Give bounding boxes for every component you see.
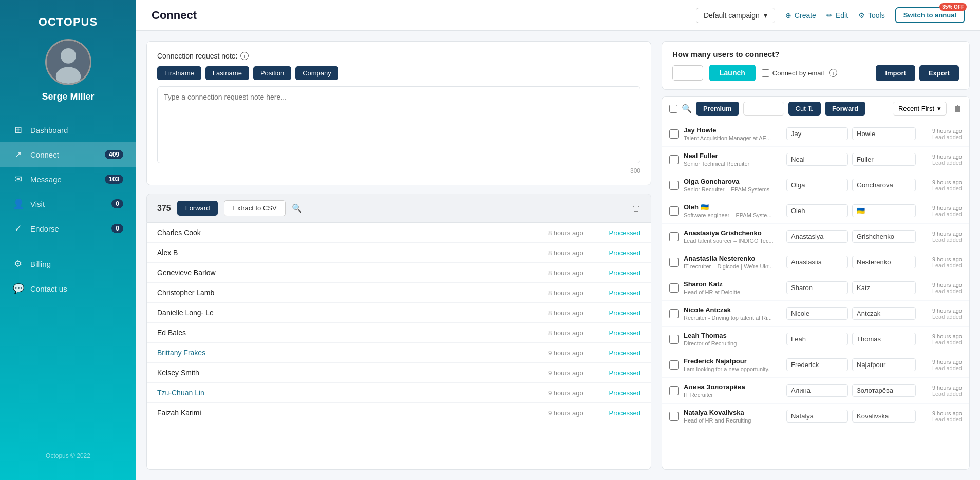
row-checkbox[interactable] xyxy=(669,232,679,241)
row-checkbox[interactable] xyxy=(669,181,679,190)
search-table-icon[interactable]: 🔍 xyxy=(682,104,692,113)
sidebar-item-contact[interactable]: 💬 Contact us xyxy=(0,276,136,301)
table-row: Anastasiia Nesterenko IT-recruiter – Dig… xyxy=(662,249,969,275)
csv-button[interactable]: Extract to CSV xyxy=(224,200,285,216)
sidebar-item-endorse[interactable]: ✓ Endorse 0 xyxy=(0,216,136,241)
sidebar-footer: Octopus © 2022 xyxy=(35,442,101,470)
forward-list-button[interactable]: Forward xyxy=(177,201,218,216)
row-name-col: Nicole Antczak Recruiter - Driving top t… xyxy=(684,306,786,321)
search-icon[interactable]: 🔍 xyxy=(292,203,302,213)
row-first-name[interactable]: Алина xyxy=(786,384,848,397)
row-time: 9 hours ago Lead added xyxy=(916,179,962,191)
row-checkbox[interactable] xyxy=(669,155,679,164)
row-first-name[interactable]: Neal xyxy=(786,153,848,166)
row-last-name[interactable]: Золотарёва xyxy=(852,384,916,397)
sidebar-item-visit[interactable]: 👤 Visit 0 xyxy=(0,191,136,216)
row-first-name[interactable]: Nicole xyxy=(786,307,848,320)
row-checkbox[interactable] xyxy=(669,283,679,293)
row-checkbox[interactable] xyxy=(669,386,679,395)
edit-button[interactable]: ✏ Edit xyxy=(826,11,848,20)
message-icon: ✉ xyxy=(13,174,23,185)
list-item: Charles Cook 8 hours ago Processed xyxy=(147,223,651,243)
row-last-name[interactable]: Nesterenko xyxy=(852,256,916,268)
row-last-name[interactable]: Howle xyxy=(852,127,916,140)
switch-annual-button[interactable]: Switch to annual 35% OFF xyxy=(895,7,965,23)
row-first-name[interactable]: Sharon xyxy=(786,281,848,294)
list-item-name[interactable]: Tzu-Chuan Lin xyxy=(157,389,548,397)
export-button[interactable]: Export xyxy=(919,65,959,81)
user-count-input[interactable] xyxy=(672,65,703,81)
sidebar-item-dashboard[interactable]: ⊞ Dashboard xyxy=(0,118,136,142)
table-row: Anastasiya Grishchenko Lead talent sourc… xyxy=(662,224,969,249)
row-first-name[interactable]: Anastasiia xyxy=(786,256,848,268)
logo: OCTOPUS xyxy=(39,15,98,29)
svg-point-2 xyxy=(55,67,81,85)
tools-button[interactable]: ⚙ Tools xyxy=(858,11,885,20)
row-last-name[interactable]: Thomas xyxy=(852,333,916,345)
row-checkbox[interactable] xyxy=(669,412,679,421)
table-scroll: Jay Howle Talent Acquisition Manager at … xyxy=(662,121,969,469)
list-item-name: Alex B xyxy=(157,248,548,257)
row-name-col: Anastasiya Grishchenko Lead talent sourc… xyxy=(684,229,786,244)
sort-dropdown[interactable]: Recent First ▾ xyxy=(893,102,947,116)
company-tag[interactable]: Company xyxy=(295,66,338,80)
sidebar-item-message[interactable]: ✉ Message 103 xyxy=(0,167,136,191)
row-last-name[interactable]: Antczak xyxy=(852,307,916,320)
connection-note-card: Connection request note: i Firstname Las… xyxy=(146,41,651,185)
note-textarea[interactable] xyxy=(157,86,640,163)
row-checkbox[interactable] xyxy=(669,129,679,139)
create-button[interactable]: ⊕ Create xyxy=(785,11,816,20)
firstname-tag[interactable]: Firstname xyxy=(157,66,201,80)
row-checkbox[interactable] xyxy=(669,258,679,267)
campaign-dropdown[interactable]: Default campaign ▾ xyxy=(696,8,775,23)
row-first-name[interactable]: Frederick xyxy=(786,358,848,371)
select-all-checkbox[interactable] xyxy=(669,105,677,113)
connect-icon: ↗ xyxy=(13,149,23,160)
position-tag[interactable]: Position xyxy=(253,66,291,80)
row-checkbox[interactable] xyxy=(669,335,679,344)
list-item-name[interactable]: Brittany Frakes xyxy=(157,349,548,357)
delete-list-icon[interactable]: 🗑 xyxy=(632,204,640,213)
row-checkbox[interactable] xyxy=(669,309,679,318)
connection-note-title: Connection request note: i xyxy=(157,52,640,60)
row-name-col: Neal Fuller Senior Technical Recruiter xyxy=(684,152,786,167)
row-last-name[interactable]: Katz xyxy=(852,281,916,294)
table-row: Sharon Katz Head of HR at Deloitte Sharo… xyxy=(662,275,969,301)
main-area: Connect Default campaign ▾ ⊕ Create ✏ Ed… xyxy=(136,0,980,480)
row-first-name[interactable]: Leah xyxy=(786,333,848,345)
row-name-col: Frederick Najafpour I am looking for a n… xyxy=(684,357,786,372)
connect-email-checkbox[interactable] xyxy=(762,69,769,77)
row-first-name[interactable]: Natalya xyxy=(786,410,848,423)
row-checkbox[interactable] xyxy=(669,360,679,370)
sidebar-label-dashboard: Dashboard xyxy=(30,126,123,135)
row-first-name[interactable]: Anastasiya xyxy=(786,230,848,243)
list-item-status: Processed xyxy=(599,269,640,277)
lastname-tag[interactable]: Lastname xyxy=(205,66,249,80)
row-last-name[interactable]: Fuller xyxy=(852,153,916,166)
row-first-name[interactable]: Jay xyxy=(786,127,848,140)
row-last-name[interactable]: Najafpour xyxy=(852,358,916,371)
premium-filter-button[interactable]: Premium xyxy=(696,102,739,116)
dashboard-icon: ⊞ xyxy=(13,124,23,136)
row-first-name[interactable]: Oleh xyxy=(786,204,848,217)
sidebar-nav: ⊞ Dashboard ↗ Connect 409 ✉ Message 103 … xyxy=(0,118,136,301)
sidebar-item-billing[interactable]: ⚙ Billing xyxy=(0,252,136,276)
row-checkbox[interactable] xyxy=(669,206,679,216)
row-last-name[interactable]: Kovalivska xyxy=(852,410,916,423)
row-first-name[interactable]: Olga xyxy=(786,179,848,191)
row-last-name[interactable]: Goncharova xyxy=(852,179,916,191)
table-row: Olga Goncharova Senior Recruiter – EPAM … xyxy=(662,172,969,198)
list-item-status: Processed xyxy=(599,229,640,237)
launch-button[interactable]: Launch xyxy=(709,65,756,81)
delete-table-icon[interactable]: 🗑 xyxy=(954,104,962,113)
cut-button[interactable]: Cut ⇅ xyxy=(788,102,821,116)
row-last-name[interactable]: 🇺🇦 xyxy=(852,204,916,217)
forward-table-button[interactable]: Forward xyxy=(825,102,865,116)
filter-input[interactable] xyxy=(743,102,784,116)
import-button[interactable]: Import xyxy=(876,65,915,81)
list-item-status: Processed xyxy=(599,369,640,377)
sidebar-item-connect[interactable]: ↗ Connect 409 xyxy=(0,142,136,167)
row-name-sub: I am looking for a new opportunity. xyxy=(684,366,786,372)
row-last-name[interactable]: Grishchenko xyxy=(852,230,916,243)
gear-icon: ⚙ xyxy=(858,11,865,20)
